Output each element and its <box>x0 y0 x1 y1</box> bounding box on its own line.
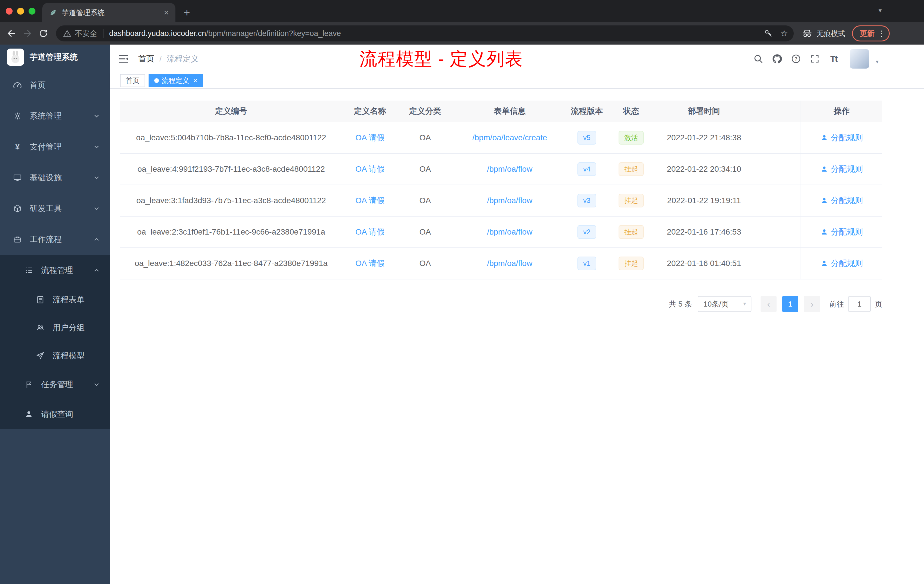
breadcrumb-home[interactable]: 首页 <box>138 53 154 64</box>
assign-rule-button[interactable]: 分配规则 <box>800 216 882 247</box>
page-unit-label: 页 <box>875 299 882 309</box>
browser-update-button[interactable]: 更新 ⋮ <box>852 25 890 41</box>
sidebar-item-leave-query[interactable]: 请假查询 <box>0 399 110 429</box>
send-icon <box>35 351 45 361</box>
form-link[interactable]: /bpm/oa/flow <box>487 196 533 205</box>
sidebar-item-process-model[interactable]: 流程模型 <box>0 342 110 370</box>
col-form-info: 表单信息 <box>452 106 567 117</box>
page-size-value: 10条/页 <box>703 299 729 309</box>
chevron-up-icon <box>94 237 99 242</box>
form-link[interactable]: /bpm/oa/flow <box>487 259 533 268</box>
chevron-up-icon <box>94 267 99 273</box>
definition-name-link[interactable]: OA 请假 <box>355 259 385 268</box>
address-bar[interactable]: 不安全 dashboard.yudao.iocoder.cn/bpm/manag… <box>56 25 794 41</box>
sidebar-item-label: 请假查询 <box>41 409 73 420</box>
assign-rule-label: 分配规则 <box>831 132 863 143</box>
sidebar-item-label: 用户分组 <box>53 322 84 333</box>
assign-rule-button[interactable]: 分配规则 <box>800 185 882 216</box>
app: 芋道管理系统 首页 系统管理 ¥ <box>0 45 924 584</box>
form-link[interactable]: /bpm/oa/leave/create <box>472 133 547 142</box>
sidebar-item-user-group[interactable]: 用户分组 <box>0 314 110 342</box>
tag-home[interactable]: 首页 <box>120 74 145 87</box>
user-avatar[interactable] <box>850 49 869 69</box>
table-row: oa_leave:5:004b710b-7b8a-11ec-8ef0-acde4… <box>120 122 882 154</box>
avatar-caret-icon[interactable]: ▼ <box>875 59 879 64</box>
new-tab-button[interactable]: + <box>179 5 195 21</box>
tab-title: 芋道管理系统 <box>62 8 157 17</box>
tab-search-icon[interactable]: ▾ <box>879 7 882 14</box>
url-path: /bpm/manager/definition?key=oa_leave <box>206 29 341 38</box>
search-icon[interactable] <box>751 51 766 66</box>
next-page-button[interactable]: › <box>804 296 820 312</box>
definition-name-link[interactable]: OA 请假 <box>355 196 385 205</box>
sidebar-item-home[interactable]: 首页 <box>0 70 110 101</box>
github-icon[interactable] <box>770 51 785 66</box>
sidebar-item-workflow[interactable]: 工作流程 <box>0 224 110 255</box>
breadcrumb: 首页 / 流程定义 <box>138 53 199 64</box>
security-status[interactable]: 不安全 <box>63 28 97 39</box>
definition-name-link[interactable]: OA 请假 <box>355 165 385 173</box>
sidebar-item-payment[interactable]: ¥ 支付管理 <box>0 132 110 162</box>
sidebar-item-process-form[interactable]: 流程表单 <box>0 286 110 314</box>
gear-icon <box>13 111 22 121</box>
goto-label: 前往 <box>829 299 844 309</box>
assign-rule-button[interactable]: 分配规则 <box>800 248 882 279</box>
bookmark-star-icon[interactable]: ☆ <box>780 29 788 38</box>
dashboard-icon <box>13 80 22 90</box>
definition-name-link[interactable]: OA 请假 <box>355 228 385 236</box>
main-area: 首页 / 流程定义 流程模型 - 定义列表 ? <box>110 45 924 584</box>
form-icon <box>35 295 45 305</box>
col-deploy-time: 部署时间 <box>655 106 752 117</box>
workflow-submenu: 流程管理 流程表单 用户分组 <box>0 255 110 429</box>
back-button[interactable] <box>3 25 20 41</box>
tab-close-icon[interactable]: × <box>162 8 171 17</box>
forward-button[interactable] <box>20 25 35 41</box>
definition-name-link[interactable]: OA 请假 <box>355 133 385 142</box>
tag-close-icon[interactable]: × <box>193 76 198 85</box>
definition-table: 定义编号 定义名称 定义分类 表单信息 流程版本 状态 部署时间 操作 oa_l… <box>120 101 882 279</box>
window-close-button[interactable] <box>6 8 13 15</box>
omnibox-divider <box>103 29 104 38</box>
font-size-icon[interactable]: Tt <box>826 51 841 66</box>
goto-page-input[interactable] <box>848 296 871 312</box>
warning-icon <box>63 29 71 38</box>
sidebar-item-devtools[interactable]: 研发工具 <box>0 193 110 224</box>
fullscreen-icon[interactable] <box>807 51 822 66</box>
status-badge: 挂起 <box>619 225 644 239</box>
sidebar-item-task-management[interactable]: 任务管理 <box>0 370 110 399</box>
help-icon[interactable]: ? <box>789 51 804 66</box>
sidebar-item-system[interactable]: 系统管理 <box>0 101 110 132</box>
version-badge: v4 <box>578 162 596 176</box>
window-zoom-button[interactable] <box>28 8 35 15</box>
browser-tab[interactable]: 芋道管理系统 × <box>42 3 175 22</box>
table-row: oa_leave:1:482ec033-762a-11ec-8477-a2380… <box>120 248 882 279</box>
select-caret-icon: ▼ <box>742 302 747 307</box>
page-number-button[interactable]: 1 <box>782 296 798 312</box>
sidebar-item-label: 流程管理 <box>41 265 73 276</box>
window-minimize-button[interactable] <box>17 8 24 15</box>
tag-current[interactable]: 流程定义 × <box>148 74 203 87</box>
col-definition-category: 定义分类 <box>398 106 452 117</box>
sidebar-toggle-icon[interactable] <box>118 53 130 65</box>
app-title: 芋道管理系统 <box>30 52 78 63</box>
password-key-icon[interactable] <box>764 28 774 38</box>
annotation-text: 流程模型 - 定义列表 <box>360 45 523 73</box>
page-size-select[interactable]: 10条/页 ▼ <box>698 296 751 312</box>
sidebar-item-label: 系统管理 <box>30 111 62 121</box>
prev-page-button[interactable]: ‹ <box>761 296 777 312</box>
sidebar-item-infrastructure[interactable]: 基础设施 <box>0 162 110 193</box>
browser-menu-icon[interactable]: ⋮ <box>876 29 886 38</box>
assign-rule-button[interactable]: 分配规则 <box>800 122 882 153</box>
form-link[interactable]: /bpm/oa/flow <box>487 228 533 236</box>
sidebar-item-process-management[interactable]: 流程管理 <box>0 255 110 286</box>
form-link[interactable]: /bpm/oa/flow <box>487 165 533 173</box>
cell-definition-id: oa_leave:1:482ec033-762a-11ec-8477-a2380… <box>120 259 342 268</box>
assign-rule-button[interactable]: 分配规则 <box>800 154 882 185</box>
col-process-version: 流程版本 <box>567 106 607 117</box>
reload-button[interactable] <box>35 25 51 41</box>
site-favicon <box>49 8 57 16</box>
user-icon <box>24 409 34 419</box>
col-definition-name: 定义名称 <box>342 106 398 117</box>
cell-category: OA <box>398 228 452 237</box>
tag-label: 流程定义 <box>162 76 189 85</box>
